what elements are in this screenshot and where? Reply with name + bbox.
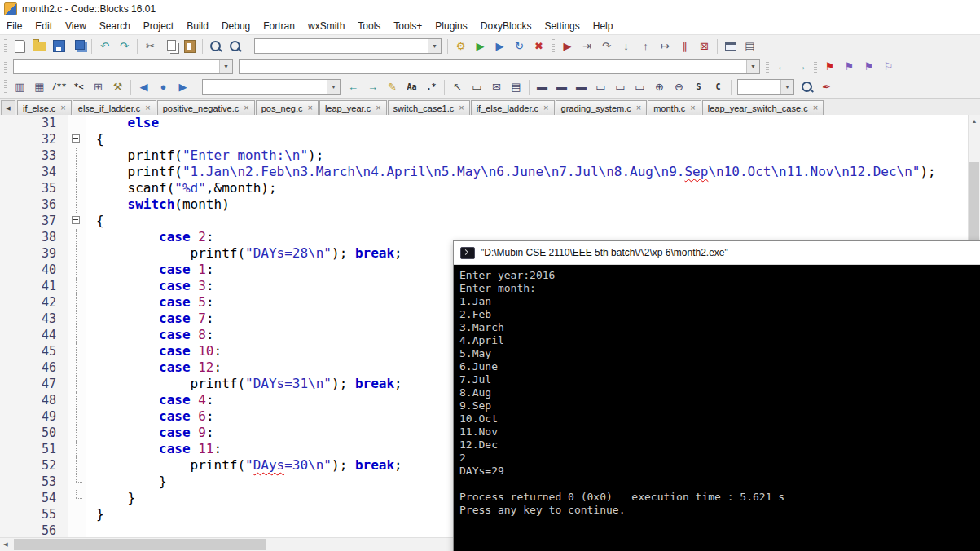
menu-edit[interactable]: Edit [29,19,59,33]
menu-fortran[interactable]: Fortran [257,19,301,33]
doxy-block-comment-button[interactable]: /** [50,78,68,96]
browse-prev-mark-button[interactable]: ◀ [134,78,153,96]
console-output[interactable]: Enter year:2016Enter month:1.Jan2.Feb3.M… [454,265,980,517]
browse-clear-marks-button[interactable]: ● [154,78,173,96]
undo-button[interactable]: ↶ [95,37,114,55]
code-line[interactable]: 37{ [0,213,969,229]
prev-bookmark-button[interactable]: ⚑ [840,58,859,76]
open-file-button[interactable] [30,37,49,55]
console-title-bar[interactable]: "D:\Mubin CSE 2110\EEE 5th batch\A2\xp 6… [454,241,980,265]
copy-button[interactable] [160,37,179,55]
step-out-button[interactable]: ↑ [636,37,655,55]
tab-grading-system-c[interactable]: grading_system.c× [556,100,648,116]
build-and-run-button[interactable]: ▶ [490,37,509,55]
doxy-more-button[interactable]: ⊞ [89,78,108,96]
find-button[interactable] [206,37,225,55]
border-bottom-button[interactable]: ▭ [631,78,649,96]
run-to-cursor-button[interactable]: ⇥ [578,37,596,55]
code-line[interactable]: 32{ [0,131,969,148]
align-left-button[interactable]: ▬ [533,78,552,96]
code-line[interactable]: 34 printf("1.Jan\n2.Feb\n3.March\n4.Apri… [0,164,969,180]
doxy-line-comment-button[interactable]: *< [69,78,88,96]
settings-wrench-button[interactable]: ⚒ [108,78,127,96]
build-target-combo[interactable]: ▼ [254,38,442,54]
tab-leap-year-switch-case-c[interactable]: leap_year_switch_case.c× [702,100,824,116]
tab-positive-negative-c[interactable]: positive_negative.c× [157,100,255,116]
menu-search[interactable]: Search [93,19,137,33]
tab-if-else-c[interactable]: if_else.c× [17,100,72,116]
highlight-c-button[interactable]: C [709,78,727,96]
thread-search-button[interactable] [798,78,816,96]
menu-plugins[interactable]: Plugins [428,19,473,33]
browse-next-mark-button[interactable]: ▶ [174,78,192,96]
wxsmith-panel-button[interactable]: ▤ [507,78,525,96]
match-case-button[interactable]: Aa [402,78,421,96]
close-icon[interactable]: × [543,104,548,112]
highlight-occurrences-button[interactable]: ✎ [383,78,402,96]
tab-pos-neg-c[interactable]: pos_neg.c× [256,100,319,116]
scroll-up-icon[interactable]: ▲ [969,115,980,126]
abort-button[interactable]: ✖ [530,37,548,55]
various-info-button[interactable]: ▤ [740,37,759,55]
code-line[interactable]: 31 else [0,115,969,131]
toggle-bookmark-button[interactable]: ⚑ [820,58,839,76]
doxyblocks-docs-button[interactable]: ▦ [30,78,49,96]
zoom-in-button[interactable]: ⊕ [650,78,669,96]
fold-collapse-icon[interactable] [68,213,86,229]
highlight-s-button[interactable]: S [689,78,708,96]
jump-back-button[interactable]: ← [772,58,791,76]
tab-scroll-left-button[interactable]: ◀ [1,100,15,116]
close-icon[interactable]: × [244,104,248,112]
code-line[interactable]: 33 printf("Enter month:\n"); [0,148,969,164]
align-right-button[interactable]: ▬ [572,78,591,96]
incsearch-next-button[interactable]: → [363,78,382,96]
incsearch-prev-button[interactable]: ← [344,78,363,96]
tab-else-if-ladder-c[interactable]: else_if_ladder.c× [73,100,156,116]
menu-debug[interactable]: Debug [215,19,257,33]
menu-doxyblocks[interactable]: DoxyBlocks [474,19,538,33]
menu-project[interactable]: Project [137,19,180,33]
scroll-left-icon[interactable]: ◀ [0,539,11,550]
pointer-select-button[interactable]: ↖ [448,78,467,96]
break-debugger-button[interactable]: ∥ [675,37,694,55]
spellcheck-button[interactable]: ✒ [817,78,836,96]
save-button[interactable] [50,37,68,55]
menu-settings[interactable]: Settings [538,19,586,33]
border-middle-button[interactable]: ▭ [611,78,630,96]
tab-month-c[interactable]: month.c× [648,100,701,116]
border-top-button[interactable]: ▭ [591,78,610,96]
cut-button[interactable]: ✂ [141,37,160,55]
tab-if-else-ladder-c[interactable]: if_else_ladder.c× [471,100,555,116]
menu-build[interactable]: Build [180,19,215,33]
menu-file[interactable]: File [0,19,29,33]
zoom-out-button[interactable]: ⊖ [670,78,688,96]
close-icon[interactable]: × [145,104,150,112]
debugging-windows-button[interactable] [721,37,740,55]
next-instruction-button[interactable]: ↦ [656,37,675,55]
close-icon[interactable]: × [813,104,818,112]
paste-button[interactable] [180,37,199,55]
run-button[interactable]: ▶ [471,37,490,55]
next-line-button[interactable]: ↷ [597,37,616,55]
close-icon[interactable]: × [459,104,464,112]
jump-forward-button[interactable]: → [792,58,811,76]
step-into-button[interactable]: ↓ [617,37,635,55]
next-bookmark-button[interactable]: ⚑ [859,58,878,76]
horizontal-scroll-thumb[interactable] [14,539,266,550]
tab-leap-year-c[interactable]: leap_year.c× [319,100,387,116]
close-icon[interactable]: × [636,104,641,112]
menu-tools[interactable]: Tools [351,19,387,33]
close-icon[interactable]: × [690,104,695,112]
close-icon[interactable]: × [60,104,65,112]
build-button[interactable]: ⚙ [451,37,470,55]
replace-button[interactable] [226,37,244,55]
doxyblocks-extract-button[interactable]: ▥ [11,78,29,96]
code-completion-function-combo[interactable]: ▼ [239,59,760,74]
stop-debugger-button[interactable]: ⊠ [695,37,714,55]
redo-button[interactable]: ↷ [115,37,134,55]
code-completion-scope-combo[interactable]: ▼ [13,59,233,74]
tab-switch-case1-c[interactable]: switch_case1.c× [388,100,470,116]
save-all-button[interactable] [69,37,88,55]
debug-continue-button[interactable]: ▶ [558,37,577,55]
menu-view[interactable]: View [59,19,93,33]
